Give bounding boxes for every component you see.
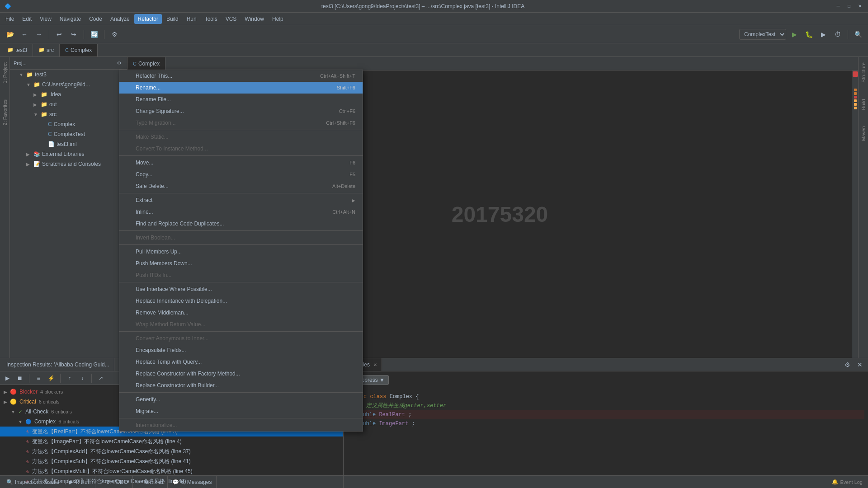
insp-item-complexsub[interactable]: ⚠ 方法名【ComplexSub】不符合lowerCamelCase命名风格 (… (0, 456, 343, 466)
tree-item-iml[interactable]: ▶ 📄 test3.iml (10, 139, 127, 149)
ctx-refactor-this[interactable]: Refactor This... Ctrl+Alt+Shift+T (119, 70, 363, 82)
tab-test3[interactable]: 📁 test3 (2, 44, 33, 56)
warning-strip-5 (854, 107, 857, 109)
menu-navigate[interactable]: Navigate (56, 14, 85, 24)
ctx-label-pull-members-up: Pull Members Up... (136, 249, 182, 255)
profile-button[interactable]: ⏱ (831, 28, 844, 41)
toolbar-redo-btn[interactable]: ↪ (67, 28, 80, 41)
ctx-label-use-interface: Use Interface Where Possible... (136, 286, 212, 292)
tab-src[interactable]: 📁 src (33, 44, 60, 56)
insp-down-btn[interactable]: ↓ (77, 373, 88, 384)
toolbar-settings-btn[interactable]: ⚙ (108, 28, 121, 41)
toolbar-back-btn[interactable]: ← (18, 28, 31, 41)
bottom-close-btn[interactable]: ✕ (854, 358, 866, 371)
project-panel-label[interactable]: 1: Project (0, 59, 9, 87)
sidebar-settings-btn[interactable]: ⚙ (114, 59, 123, 68)
tab-src-icon: 📁 (38, 47, 45, 53)
ctx-arrow-extract: ▶ (352, 198, 355, 203)
minimize-button[interactable]: ─ (835, 3, 842, 10)
taskbar-inspection[interactable]: 🔍 Inspection Results (2, 476, 64, 488)
menu-file[interactable]: File (2, 14, 18, 24)
taskbar-run[interactable]: ▶ 4: Run (64, 476, 95, 488)
bottom-tab-profile-selected-close[interactable]: ✕ (373, 362, 377, 367)
insp-group-btn[interactable]: ≡ (33, 373, 44, 384)
insp-filter-btn[interactable]: ⚡ (46, 373, 57, 384)
menu-code[interactable]: Code (85, 14, 106, 24)
insp-item-complexadd[interactable]: ⚠ 方法名【ComplexAdd】不符合lowerCamelCase命名风格 (… (0, 446, 343, 456)
taskbar-todo-label: 6: TODO (106, 479, 128, 485)
menu-window[interactable]: Window (241, 14, 268, 24)
menu-edit[interactable]: Edit (19, 14, 35, 24)
toolbar-undo-btn[interactable]: ↩ (53, 28, 66, 41)
tree-item-complextest[interactable]: ▶ C ComplexTest (10, 129, 127, 139)
tree-item-test3[interactable]: ▼ 📁 test3 (10, 70, 127, 80)
ctx-move[interactable]: Move... F6 (119, 157, 363, 169)
ctx-extract[interactable]: Extract ▶ (119, 194, 363, 206)
maven-panel-label[interactable]: Maven (859, 122, 868, 145)
coverage-button[interactable]: ▶ (817, 28, 830, 41)
ctx-replace-constructor-builder[interactable]: Replace Constructor with Builder... (119, 380, 363, 391)
insp-up-btn[interactable]: ↑ (64, 373, 75, 384)
search-everywhere-btn[interactable]: 🔍 (852, 28, 864, 41)
tree-item-root[interactable]: ▼ 📁 C:\Users\gong9\id... (10, 80, 127, 89)
menu-view[interactable]: View (36, 14, 55, 24)
taskbar-terminal[interactable]: > Terminal (133, 476, 168, 488)
menu-build[interactable]: Build (163, 14, 182, 24)
ctx-replace-temp[interactable]: Replace Temp with Query... (119, 356, 363, 368)
bottom-tab-inspection-label: Inspection Results: (6, 361, 52, 368)
ctx-rename[interactable]: Rename... Shift+F6 (119, 82, 363, 94)
insp-item-imagepart[interactable]: ⚠ 变量名【ImagePart】不符合lowerCamelCase命名风格 (l… (0, 436, 343, 446)
maximize-button[interactable]: □ (845, 3, 853, 10)
ctx-copy[interactable]: Copy... F5 (119, 169, 363, 180)
toolbar-open-btn[interactable]: 📂 (4, 28, 16, 41)
structure-panel-label[interactable]: Structure (859, 59, 868, 86)
ctx-encapsulate-fields[interactable]: Encapsulate Fields... (119, 344, 363, 356)
ctx-replace-constructor-factory[interactable]: Replace Constructor with Factory Method.… (119, 368, 363, 380)
menu-run[interactable]: Run (183, 14, 200, 24)
toolbar-forward-btn[interactable]: → (33, 28, 45, 41)
ctx-use-interface[interactable]: Use Interface Where Possible... (119, 283, 363, 295)
close-button[interactable]: ✕ (856, 3, 863, 10)
ctx-change-sig[interactable]: Change Signature... Ctrl+F6 (119, 105, 363, 117)
tree-item-complex[interactable]: ▶ C Complex (10, 119, 127, 129)
ctx-push-members-down[interactable]: Push Members Down... (119, 258, 363, 269)
insp-item-complexmulti[interactable]: ⚠ 方法名【ComplexMulti】不符合lowerCamelCase命名风格… (0, 466, 343, 476)
ctx-replace-inheritance[interactable]: Replace Inheritance with Delegation... (119, 295, 363, 307)
run-button[interactable]: ▶ (788, 28, 801, 41)
menu-vcs[interactable]: VCS (222, 14, 241, 24)
bottom-tab-inspection-results[interactable]: Inspection Results: 'Alibaba Coding Guid… (2, 358, 114, 371)
tree-item-idea[interactable]: ▶ 📁 .idea (10, 89, 127, 99)
ctx-migrate[interactable]: Migrate... (119, 405, 363, 417)
menu-analyze[interactable]: Analyze (107, 14, 133, 24)
tree-item-out[interactable]: ▶ 📁 out (10, 99, 127, 109)
taskbar-todo[interactable]: ✓ 6: TODO (95, 476, 133, 488)
menu-refactor[interactable]: Refactor (134, 14, 162, 24)
menu-tools[interactable]: Tools (201, 14, 221, 24)
tree-item-src[interactable]: ▼ 📁 src (10, 109, 127, 119)
insp-run-btn[interactable]: ▶ (2, 373, 13, 384)
favorites-panel-label[interactable]: 2: Favorites (0, 96, 9, 129)
ctx-shortcut-refactor-this: Ctrl+Alt+Shift+T (320, 73, 355, 79)
insp-export-btn[interactable]: ↗ (95, 373, 106, 384)
ctx-find-replace-dups[interactable]: Find and Replace Code Duplicates... (119, 218, 363, 230)
ctx-sep-3 (119, 193, 363, 193)
bottom-settings-btn[interactable]: ⚙ (841, 358, 854, 371)
ctx-pull-members-up[interactable]: Pull Members Up... (119, 246, 363, 258)
taskbar-messages[interactable]: 💬 0: Messages (168, 476, 217, 488)
menu-help[interactable]: Help (269, 14, 287, 24)
ctx-safe-delete[interactable]: Safe Delete... Alt+Delete (119, 180, 363, 192)
ctx-remove-middleman[interactable]: Remove Middleman... (119, 307, 363, 319)
ctx-inline[interactable]: Inline... Ctrl+Alt+N (119, 206, 363, 218)
tree-item-scratches[interactable]: ▶ 📝 Scratches and Consoles (10, 159, 127, 169)
event-log-btn[interactable]: 🔔 Event Log (828, 479, 866, 485)
tab-complex[interactable]: C Complex (60, 44, 98, 56)
run-config-select[interactable]: ComplexTest (739, 29, 786, 40)
debug-button[interactable]: 🐛 (802, 28, 815, 41)
insp-stop-btn[interactable]: ⏹ (14, 373, 25, 384)
ctx-rename-file[interactable]: Rename File... (119, 94, 363, 105)
editor-tab-complex[interactable]: C Complex (127, 57, 165, 70)
ctx-generify[interactable]: Generify... (119, 394, 363, 405)
tree-item-extlibs[interactable]: ▶ 📚 External Libraries (10, 149, 127, 159)
toolbar-sync-btn[interactable]: 🔄 (88, 28, 100, 41)
build-panel-label[interactable]: Build (859, 95, 868, 113)
